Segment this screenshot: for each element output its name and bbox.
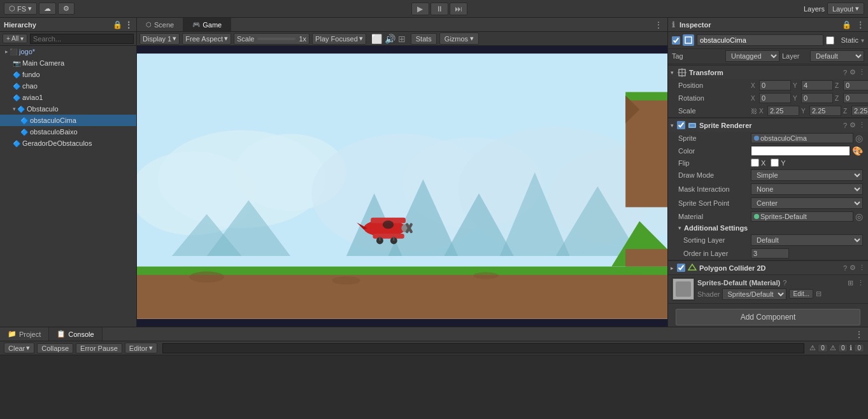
layout-button[interactable]: Layout ▾ (827, 3, 864, 15)
inspector-more-icon[interactable]: ⋮ (857, 20, 864, 29)
transform-header[interactable]: ▾ Transform ? ⚙ ⋮ (668, 65, 868, 79)
scale-slider[interactable] (257, 38, 295, 40)
sprite-renderer-more-icon[interactable]: ⋮ (858, 121, 865, 129)
hierarchy-tree: ▸ ⬛ jogo* 📷 Main Camera 🔷 fundo 🔷 chao (0, 46, 136, 327)
play-focused-selector[interactable]: Play Focused ▾ (312, 33, 366, 45)
rotation-z-input[interactable] (843, 93, 868, 103)
material-more-icon[interactable]: ⋮ (857, 279, 864, 287)
tab-scene[interactable]: ⬡ Scene (137, 18, 183, 31)
material-target-icon[interactable]: ◎ (855, 211, 863, 222)
tag-select[interactable]: Untagged (725, 50, 779, 62)
layer-select[interactable]: Default (810, 50, 864, 62)
sprite-renderer-section: ▾ Sprite Renderer ? ⚙ ⋮ Sprite (668, 118, 868, 260)
object-name-input[interactable] (697, 34, 823, 46)
sprite-renderer-active[interactable] (677, 121, 685, 129)
hierarchy-item-obstaculo[interactable]: ▾ 🔷 Obstaculo (0, 103, 136, 115)
polygon-collider-help-icon[interactable]: ? (843, 264, 847, 272)
position-y-input[interactable] (801, 80, 833, 90)
rotation-y-input[interactable] (801, 93, 833, 103)
polygon-collider-arrow: ▸ (671, 265, 674, 271)
shader-edit-button[interactable]: Edit... (789, 289, 813, 299)
hierarchy-item-main-camera[interactable]: 📷 Main Camera (0, 57, 136, 69)
polygon-collider-settings-icon[interactable]: ⚙ (850, 264, 856, 272)
material-help-icon[interactable]: ? (783, 279, 786, 287)
add-component-button[interactable]: Add Component (676, 309, 860, 325)
order-in-layer-input[interactable] (751, 248, 789, 259)
static-dropdown-icon[interactable]: ▾ (861, 37, 864, 44)
transform-more-icon[interactable]: ⋮ (858, 68, 865, 76)
polygon-collider-more-icon[interactable]: ⋮ (858, 264, 865, 272)
gizmos-button[interactable]: Gizmos ▾ (439, 32, 479, 45)
resolution-icon[interactable]: ⊞ (398, 34, 406, 44)
hierarchy-item-obstaculo-baixo[interactable]: 🔷 obstaculoBaixo (0, 126, 136, 138)
hierarchy-item-aviao1[interactable]: 🔷 aviao1 (0, 92, 136, 103)
color-pick-icon[interactable]: 🎨 (852, 146, 863, 156)
sprite-renderer-header[interactable]: ▾ Sprite Renderer ? ⚙ ⋮ (668, 118, 868, 132)
hierarchy-item-gerador[interactable]: 🔷 GeradorDeObstaculos (0, 138, 136, 149)
inspector-lock-icon[interactable]: 🔒 (842, 20, 851, 29)
scale-y-input[interactable] (809, 106, 841, 116)
sprite-sort-point-select[interactable]: Center (751, 197, 863, 209)
scale-x-input[interactable] (767, 106, 799, 116)
shader-select[interactable]: Sprites/Default (722, 288, 786, 300)
sorting-layer-select[interactable]: Default (751, 234, 863, 246)
tab-console[interactable]: 📋 Console (49, 327, 102, 341)
stats-button[interactable]: Stats (411, 33, 437, 45)
transform-help-icon[interactable]: ? (843, 69, 847, 76)
collapse-button[interactable]: Collapse (37, 343, 73, 353)
color-swatch[interactable] (751, 146, 850, 156)
hierarchy-search-input[interactable] (30, 34, 134, 44)
tree-label-main-camera: Main Camera (22, 59, 64, 67)
game-view-more-icon[interactable]: ⋮ (655, 20, 662, 29)
hierarchy-more-icon[interactable]: ⋮ (125, 20, 132, 29)
sprite-field[interactable]: obstaculoCima (751, 133, 853, 143)
display-selector[interactable]: Display 1 ▾ (139, 33, 180, 45)
clear-button[interactable]: Clear ▾ (4, 343, 34, 353)
material-field[interactable]: Sprites-Default (751, 211, 853, 222)
polygon-collider-active[interactable] (677, 264, 685, 272)
object-active-checkbox[interactable] (672, 36, 680, 45)
pause-button[interactable]: ⏸ (430, 3, 448, 15)
fs-button[interactable]: ⬡ FS ▾ (4, 3, 37, 15)
hierarchy-item-chao[interactable]: 🔷 chao (0, 80, 136, 92)
position-x-input[interactable] (759, 80, 791, 90)
scale-lock-icon[interactable]: ⛓ (751, 108, 757, 115)
material-expand-icon[interactable]: ⊞ (848, 279, 853, 287)
step-button[interactable]: ⏭ (450, 3, 467, 15)
draw-mode-select[interactable]: Simple (751, 169, 863, 181)
aspect-selector[interactable]: Free Aspect ▾ (182, 33, 231, 45)
mask-interaction-select[interactable]: None (751, 183, 863, 195)
bottom-more-icon[interactable]: ⋮ (855, 330, 863, 339)
flip-y-checkbox[interactable] (771, 159, 779, 167)
polygon-collider-header[interactable]: ▸ Polygon Collider 2D ? ⚙ ⋮ (668, 260, 868, 274)
static-checkbox[interactable] (826, 36, 834, 45)
cloud-button[interactable]: ☁ (39, 3, 56, 15)
maximize-icon[interactable]: ⬜ (371, 34, 382, 44)
sprite-target-icon[interactable]: ◎ (855, 133, 863, 143)
editor-button[interactable]: Editor ▾ (125, 343, 157, 353)
scale-control[interactable]: Scale 1x (234, 33, 309, 45)
hierarchy-lock-icon[interactable]: 🔒 (113, 20, 122, 29)
audio-icon[interactable]: 🔊 (385, 34, 395, 44)
hierarchy-create-button[interactable]: + All ▾ (3, 34, 27, 43)
error-pause-button[interactable]: Error Pause (76, 343, 122, 353)
transform-settings-icon[interactable]: ⚙ (850, 68, 856, 76)
scale-z-input[interactable] (851, 106, 868, 116)
settings-button[interactable]: ⚙ (58, 3, 75, 15)
console-search-input[interactable] (162, 343, 805, 353)
play-button[interactable]: ▶ (411, 3, 429, 15)
sprite-renderer-help-icon[interactable]: ? (843, 122, 847, 129)
tab-project[interactable]: 📁 Project (0, 327, 49, 341)
rotation-x-input[interactable] (759, 93, 791, 103)
hierarchy-item-fundo[interactable]: 🔷 fundo (0, 69, 136, 80)
additional-settings-header[interactable]: ▾ Additional Settings (668, 223, 868, 233)
tab-game[interactable]: 🎮 Game (183, 18, 231, 31)
shader-expand-icon[interactable]: ⊟ (816, 290, 822, 298)
flip-x-checkbox[interactable] (751, 159, 759, 167)
sprite-renderer-settings-icon[interactable]: ⚙ (850, 121, 856, 129)
collapse-label: Collapse (41, 344, 69, 352)
hierarchy-item-jogo[interactable]: ▸ ⬛ jogo* (0, 46, 136, 57)
aspect-dropdown-icon: ▾ (224, 34, 228, 43)
hierarchy-item-obstaculo-cima[interactable]: 🔷 obstaculoCima (0, 115, 136, 126)
position-z-input[interactable] (843, 80, 868, 90)
